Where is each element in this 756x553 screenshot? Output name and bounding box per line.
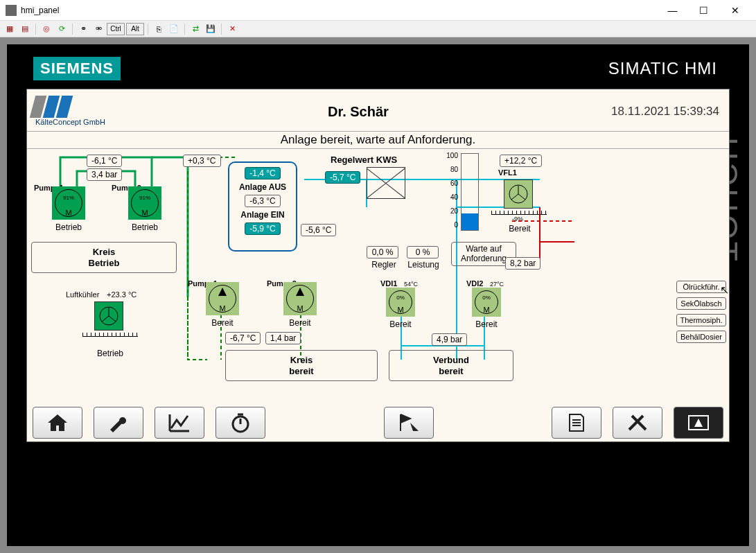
anlage-aus-label: Anlage AUS (229, 182, 296, 192)
vdi1-sub: 54°C (404, 281, 418, 288)
circuit2-status-box[interactable]: Kreis bereit (225, 350, 378, 381)
pump3-state: Bereit (203, 318, 242, 328)
aircooler-scale (82, 336, 138, 344)
timestamp: 18.11.2021 15:39:34 (611, 105, 719, 119)
tool-ctrl-key[interactable]: Ctrl (107, 23, 125, 35)
window-title: hmi_panel (21, 6, 657, 15)
tool-doc-icon[interactable]: ▤ (18, 23, 32, 35)
kws-label: Regelwert KWS (331, 155, 397, 165)
vdi2-sub: 27°C (490, 281, 504, 288)
plant-status-line: Anlage bereit, warte auf Anforderung. (27, 131, 729, 149)
circuit1-status-box[interactable]: Kreis Betrieb (31, 242, 177, 273)
tool-delete-icon[interactable]: ✕ (225, 23, 239, 35)
side-btn-thermosiph[interactable]: Thermosiph. (676, 314, 726, 326)
side-btn-behaeldosier[interactable]: BehälDosier (676, 331, 726, 343)
pump4-icon[interactable]: M (283, 282, 317, 315)
pump4-m: M (283, 304, 317, 313)
nav-tools-button[interactable] (613, 407, 662, 439)
process-diagram: Pumpe1 91% M Betrieb Pumpe2 91% M Betrie… (27, 152, 729, 403)
hmi-screen[interactable]: KälteConcept GmbH Dr. Schär 18.11.2021 1… (26, 89, 730, 442)
app-icon (6, 5, 17, 16)
vfl-fan-icon[interactable] (504, 179, 533, 209)
circuit1-status-l1: Kreis (37, 247, 170, 258)
pump3-icon[interactable]: M (206, 282, 239, 315)
vdi1-pct: 0% (386, 295, 415, 301)
nav-alarm-flag-button[interactable] (384, 407, 434, 439)
vfl-state: Bereit (504, 224, 536, 234)
vdi2-label: VDI2 (466, 279, 483, 288)
vdi2-m: M (472, 306, 501, 314)
regler-label: Regler (367, 260, 401, 270)
customer-name: Dr. Schär (105, 104, 611, 120)
toolbar: ▦ ▤ ◎ ⟳ ⚭ ⚮ Ctrl Alt ⎘ 📄 ⇄ 💾 ✕ (0, 21, 756, 37)
tool-paste-icon[interactable]: 📄 (167, 23, 181, 35)
tool-copy-icon[interactable]: ⎘ (152, 23, 166, 35)
anlage-bot-val: -5,9 °C (245, 222, 280, 235)
close-button[interactable]: ✕ (719, 1, 750, 20)
circuit2-status-l2: bereit (231, 366, 371, 377)
leistung-label: Leistung (403, 260, 444, 270)
tool-save-icon[interactable]: 💾 (204, 23, 218, 35)
nav-home-button[interactable] (33, 407, 82, 439)
tool-alt-key[interactable]: Alt (126, 23, 144, 35)
bargraph (461, 153, 479, 231)
tool-target-icon[interactable]: ◎ (39, 23, 53, 35)
verbund-l2: bereit (395, 366, 507, 377)
anlage-control-box[interactable]: -1,4 °C Anlage AUS -6,3 °C Anlage EIN -5… (228, 161, 297, 252)
nav-timer-button[interactable] (216, 407, 265, 439)
minimize-button[interactable]: — (657, 1, 688, 20)
tool-transfer-icon[interactable]: ⇄ (188, 23, 202, 35)
anlage-in-temp: +0,3 °C (183, 155, 221, 167)
anlage-out-val: -5,6 °C (301, 224, 336, 236)
anlage-ein-label: Anlage EIN (229, 210, 296, 220)
customer-logo-icon (33, 96, 70, 118)
circuit2-temp: -6,7 °C (225, 332, 261, 344)
aircooler-state: Betrieb (93, 349, 128, 358)
bargraph-scale: 100806040200 (443, 152, 458, 235)
vdi2-icon[interactable]: 0% M (472, 288, 501, 317)
tool-link-icon[interactable]: ⚭ (76, 23, 90, 35)
tool-open-icon[interactable]: ▦ (3, 23, 17, 35)
vfl-temp: +12,2 °C (500, 155, 542, 167)
vdi2-pct: 0% (472, 295, 501, 301)
panel-outer-frame: SIEMENS SIMATIC HMI TOUCH KälteConcept G… (0, 37, 756, 553)
screen-header: KälteConcept GmbH Dr. Schär 18.11.2021 1… (27, 89, 729, 131)
verbund-status-box[interactable]: Verbund bereit (389, 350, 513, 381)
pump2-state: Betrieb (124, 222, 166, 232)
pump1-icon[interactable]: 91% M (52, 186, 85, 220)
pump1-state: Betrieb (48, 222, 89, 232)
simatic-hmi-label: SIMATIC HMI (608, 59, 717, 78)
tool-unlink-icon[interactable]: ⚮ (91, 23, 105, 35)
pump4-state: Bereit (281, 318, 319, 328)
nav-system-alarm-button[interactable] (674, 407, 723, 439)
vdi1-m: M (386, 306, 415, 314)
nav-settings-button[interactable] (94, 407, 143, 439)
side-btn-oelrueckfuehr[interactable]: Ölrückführ. (676, 281, 726, 293)
nav-report-button[interactable] (552, 407, 601, 439)
tool-refresh-icon[interactable]: ⟳ (55, 23, 69, 35)
vfl-label: VFL1 (498, 168, 517, 177)
vdi2-state: Bereit (469, 319, 504, 329)
regler-value: 0,0 % (367, 246, 398, 258)
pump2-icon[interactable]: 91% M (128, 186, 161, 220)
heat-exchanger-icon (367, 167, 405, 199)
circuit2-status-l1: Kreis (231, 355, 371, 366)
nav-trend-button[interactable] (155, 407, 204, 439)
kws-low-pressure: 4,9 bar (432, 333, 467, 346)
circuit1-pressure: 3,4 bar (87, 168, 122, 181)
vdi1-icon[interactable]: 0% M (386, 288, 415, 317)
customer-logo-text: KälteConcept GmbH (35, 118, 105, 126)
maximize-button[interactable]: ☐ (688, 1, 719, 20)
circuit1-status-l2: Betrieb (37, 258, 170, 269)
kws-status-l1: Warte auf (453, 244, 514, 254)
anlage-top-val: -1,4 °C (245, 167, 280, 179)
panel-bezel: SIEMENS SIMATIC HMI TOUCH KälteConcept G… (7, 44, 749, 546)
side-btn-sekoelabsch[interactable]: SekÖlabsch (676, 297, 726, 310)
aircooler-fan-icon[interactable] (94, 301, 123, 331)
pump2-percent: 91% (128, 195, 161, 201)
aircooler-temp: +23.3 °C (107, 290, 137, 299)
circuit2-pressure: 1,4 bar (265, 332, 301, 344)
leistung-value: 0 % (407, 246, 439, 258)
bargraph-fill (461, 213, 478, 230)
pump3-m: M (206, 304, 239, 313)
